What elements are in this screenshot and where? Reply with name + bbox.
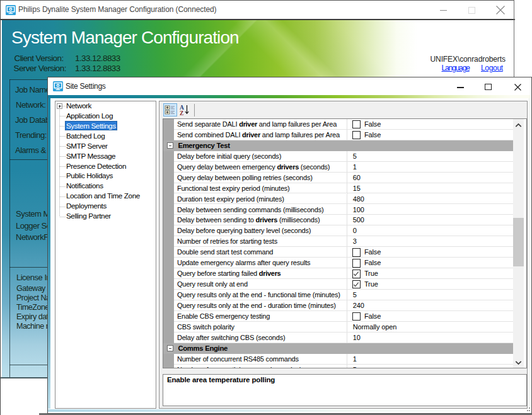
- svg-text:Z: Z: [180, 110, 183, 117]
